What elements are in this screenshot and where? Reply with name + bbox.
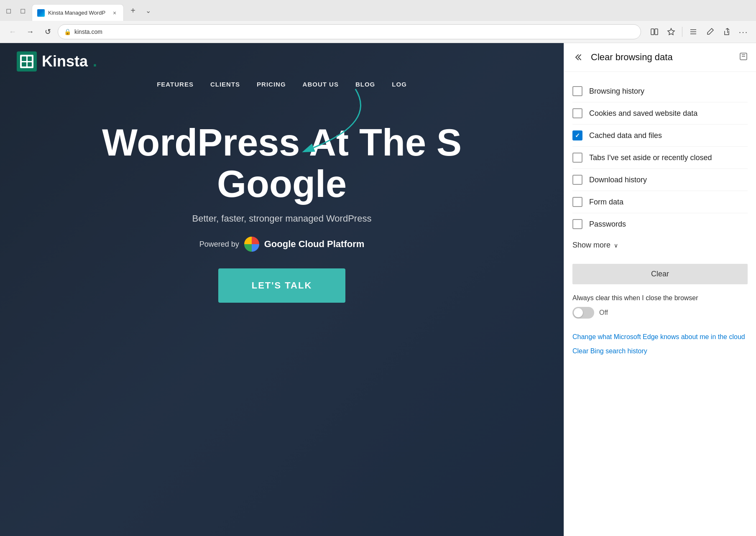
gcp-label: Google Cloud Platform [264, 239, 365, 250]
nav-log[interactable]: LOG [392, 81, 407, 88]
tab-favicon [37, 9, 45, 17]
panel-links: Change what Microsoft Edge knows about m… [572, 325, 748, 367]
panel-back-button[interactable] [572, 51, 586, 64]
kinsta-logo-text: Kinsta [42, 53, 88, 70]
chevron-down-icon: ∨ [614, 242, 618, 249]
tab-bar-left-icons: ◻ ◻ [3, 5, 28, 15]
checkbox-box-download[interactable] [572, 175, 582, 185]
kinsta-logo-dot: . [93, 53, 97, 70]
hero-title-line1: WordPress At The S [17, 122, 547, 163]
kinsta-icon-square-3 [22, 62, 26, 67]
favorites-icon[interactable] [664, 24, 679, 39]
main-area: Kinsta. FEATURES CLIENTS PRICING ABOUT U… [0, 43, 756, 536]
tab-dropdown-button[interactable]: ⌄ [140, 3, 156, 18]
tab-bar: ◻ ◻ Kinsta Managed WordP × + ⌄ [0, 0, 756, 21]
svg-rect-0 [651, 29, 654, 35]
toggle-knob [574, 308, 583, 317]
toggle-row: Off [572, 307, 748, 319]
nav-clients[interactable]: CLIENTS [210, 81, 240, 88]
reading-view-icon[interactable] [647, 24, 662, 39]
kinsta-icon-square-2 [28, 56, 32, 61]
show-more-label: Show more [572, 241, 610, 250]
checkbox-cached-data[interactable]: ✓ Cached data and files [572, 124, 748, 146]
checkbox-download-history[interactable]: Download history [572, 168, 748, 191]
microsoft-edge-cloud-link[interactable]: Change what Microsoft Edge knows about m… [572, 332, 748, 342]
checkbox-label-browsing: Browsing history [589, 87, 644, 96]
checkbox-box-tabs[interactable] [572, 153, 582, 163]
checkbox-box-form[interactable] [572, 197, 582, 207]
checkbox-tabs[interactable]: Tabs I've set aside or recently closed [572, 146, 748, 168]
nav-right-icons: ··· [647, 24, 751, 39]
address-bar[interactable]: 🔒 kinsta.com [58, 24, 641, 39]
checkbox-label-form: Form data [589, 198, 623, 207]
back-button[interactable]: ← [5, 24, 20, 39]
side-panel: Clear browsing data Browsing history Coo… [564, 43, 756, 536]
checkbox-box-browsing[interactable] [572, 86, 582, 96]
share-icon[interactable] [719, 24, 734, 39]
checkbox-label-tabs: Tabs I've set aside or recently closed [589, 153, 712, 162]
nav-about-us[interactable]: ABOUT US [303, 81, 339, 88]
panel-pin-button[interactable] [739, 52, 748, 63]
cta-button[interactable]: LET'S TALK [218, 268, 346, 303]
kinsta-logo: Kinsta. [0, 43, 564, 71]
always-clear-toggle[interactable] [572, 307, 594, 319]
panel-title: Clear browsing data [591, 52, 734, 63]
checkbox-label-passwords: Passwords [589, 220, 626, 229]
checkbox-box-passwords[interactable] [572, 219, 582, 229]
kinsta-icon-square-1 [22, 56, 26, 61]
nav-pricing[interactable]: PRICING [257, 81, 286, 88]
refresh-button[interactable]: ↺ [40, 24, 55, 39]
browser-chrome: ◻ ◻ Kinsta Managed WordP × + ⌄ ← → ↺ 🔒 k… [0, 0, 756, 43]
show-more-button[interactable]: Show more ∨ [572, 235, 618, 255]
notes-icon[interactable] [702, 24, 718, 39]
panel-header: Clear browsing data [564, 43, 756, 72]
more-tools-icon[interactable]: ··· [736, 24, 751, 39]
kinsta-icon-square-4 [28, 62, 32, 67]
checkbox-form-data[interactable]: Form data [572, 191, 748, 213]
hero-powered-by: Powered by Google Cloud Platform [17, 237, 547, 252]
checkbox-box-cached[interactable]: ✓ [572, 130, 582, 140]
always-clear-label: Always clear this when I close the brows… [572, 294, 748, 302]
kinsta-icon [17, 51, 37, 71]
hero-title: WordPress At The S Google [17, 122, 547, 205]
always-clear-section: Always clear this when I close the brows… [572, 291, 748, 325]
toggle-off-label: Off [599, 309, 608, 316]
site-nav: FEATURES CLIENTS PRICING ABOUT US BLOG L… [0, 71, 564, 97]
tab-close-button[interactable]: × [111, 9, 118, 17]
gcp-icon [244, 237, 259, 252]
checkmark-icon: ✓ [575, 132, 580, 139]
back-page-icon[interactable]: ◻ [3, 5, 13, 15]
forward-page-icon[interactable]: ◻ [18, 5, 28, 15]
svg-rect-1 [655, 29, 658, 35]
checkbox-box-cookies[interactable] [572, 108, 582, 118]
tab-title: Kinsta Managed WordP [48, 10, 107, 16]
checkbox-passwords[interactable]: Passwords [572, 213, 748, 235]
checkbox-browsing-history[interactable]: Browsing history [572, 80, 748, 102]
nav-bar: ← → ↺ 🔒 kinsta.com ··· [0, 21, 756, 43]
lock-icon: 🔒 [64, 28, 71, 35]
checkbox-cookies[interactable]: Cookies and saved website data [572, 102, 748, 124]
active-tab[interactable]: Kinsta Managed WordP × [32, 4, 124, 21]
hero-subtitle: Better, faster, stronger managed WordPre… [17, 213, 547, 224]
nav-blog[interactable]: BLOG [355, 81, 375, 88]
hub-icon[interactable] [686, 24, 701, 39]
new-tab-button[interactable]: + [125, 3, 140, 18]
address-text: kinsta.com [74, 28, 635, 35]
nav-divider [682, 27, 682, 37]
checkbox-label-cookies: Cookies and saved website data [589, 109, 697, 118]
website-content: Kinsta. FEATURES CLIENTS PRICING ABOUT U… [0, 43, 564, 536]
nav-features[interactable]: FEATURES [157, 81, 194, 88]
clear-button[interactable]: Clear [572, 264, 748, 284]
checkbox-label-download: Download history [589, 176, 647, 184]
kinsta-icon-inner [20, 55, 33, 68]
panel-body: Browsing history Cookies and saved websi… [564, 72, 756, 536]
powered-by-label: Powered by [199, 240, 239, 249]
clear-bing-history-link[interactable]: Clear Bing search history [572, 346, 748, 356]
forward-button[interactable]: → [23, 24, 38, 39]
hero-section: WordPress At The S Google Better, faster… [0, 97, 564, 315]
checkbox-label-cached: Cached data and files [589, 131, 662, 140]
hero-title-line2: Google [17, 163, 547, 205]
